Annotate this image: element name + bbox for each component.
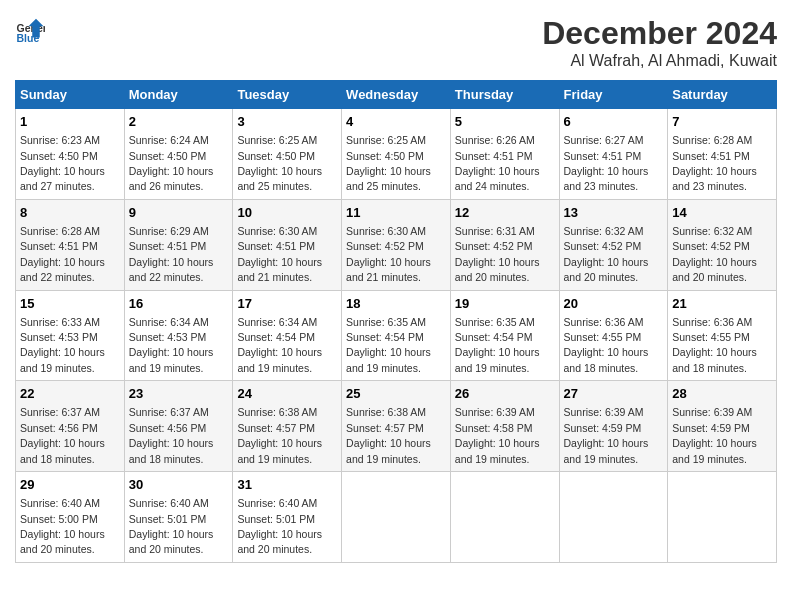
calendar-cell: 21Sunrise: 6:36 AMSunset: 4:55 PMDayligh… [668,290,777,381]
day-number: 4 [346,113,446,131]
day-number: 19 [455,295,555,313]
calendar-cell: 24Sunrise: 6:38 AMSunset: 4:57 PMDayligh… [233,381,342,472]
day-info: Sunrise: 6:40 AMSunset: 5:01 PMDaylight:… [237,497,322,555]
logo: General Blue [15,15,49,45]
day-info: Sunrise: 6:32 AMSunset: 4:52 PMDaylight:… [564,225,649,283]
calendar-cell: 5Sunrise: 6:26 AMSunset: 4:51 PMDaylight… [450,109,559,200]
calendar-cell: 28Sunrise: 6:39 AMSunset: 4:59 PMDayligh… [668,381,777,472]
day-info: Sunrise: 6:37 AMSunset: 4:56 PMDaylight:… [20,406,105,464]
calendar-header-row: SundayMondayTuesdayWednesdayThursdayFrid… [16,81,777,109]
calendar-cell: 7Sunrise: 6:28 AMSunset: 4:51 PMDaylight… [668,109,777,200]
calendar-cell: 19Sunrise: 6:35 AMSunset: 4:54 PMDayligh… [450,290,559,381]
day-number: 31 [237,476,337,494]
day-info: Sunrise: 6:29 AMSunset: 4:51 PMDaylight:… [129,225,214,283]
calendar-cell: 23Sunrise: 6:37 AMSunset: 4:56 PMDayligh… [124,381,233,472]
header-friday: Friday [559,81,668,109]
header-monday: Monday [124,81,233,109]
day-number: 21 [672,295,772,313]
day-info: Sunrise: 6:32 AMSunset: 4:52 PMDaylight:… [672,225,757,283]
header-sunday: Sunday [16,81,125,109]
calendar-week-3: 15Sunrise: 6:33 AMSunset: 4:53 PMDayligh… [16,290,777,381]
calendar-cell: 4Sunrise: 6:25 AMSunset: 4:50 PMDaylight… [342,109,451,200]
day-number: 5 [455,113,555,131]
day-number: 22 [20,385,120,403]
day-info: Sunrise: 6:35 AMSunset: 4:54 PMDaylight:… [346,316,431,374]
calendar-cell: 3Sunrise: 6:25 AMSunset: 4:50 PMDaylight… [233,109,342,200]
calendar-cell: 9Sunrise: 6:29 AMSunset: 4:51 PMDaylight… [124,199,233,290]
day-number: 28 [672,385,772,403]
day-info: Sunrise: 6:27 AMSunset: 4:51 PMDaylight:… [564,134,649,192]
day-info: Sunrise: 6:40 AMSunset: 5:01 PMDaylight:… [129,497,214,555]
day-info: Sunrise: 6:31 AMSunset: 4:52 PMDaylight:… [455,225,540,283]
calendar-cell: 29Sunrise: 6:40 AMSunset: 5:00 PMDayligh… [16,472,125,563]
calendar-cell: 26Sunrise: 6:39 AMSunset: 4:58 PMDayligh… [450,381,559,472]
day-number: 30 [129,476,229,494]
day-number: 11 [346,204,446,222]
calendar-week-5: 29Sunrise: 6:40 AMSunset: 5:00 PMDayligh… [16,472,777,563]
day-info: Sunrise: 6:28 AMSunset: 4:51 PMDaylight:… [20,225,105,283]
day-info: Sunrise: 6:30 AMSunset: 4:51 PMDaylight:… [237,225,322,283]
day-number: 2 [129,113,229,131]
calendar-cell: 18Sunrise: 6:35 AMSunset: 4:54 PMDayligh… [342,290,451,381]
calendar-cell [559,472,668,563]
day-number: 14 [672,204,772,222]
location: Al Wafrah, Al Ahmadi, Kuwait [542,52,777,70]
header-saturday: Saturday [668,81,777,109]
calendar-cell: 2Sunrise: 6:24 AMSunset: 4:50 PMDaylight… [124,109,233,200]
day-number: 6 [564,113,664,131]
calendar-week-2: 8Sunrise: 6:28 AMSunset: 4:51 PMDaylight… [16,199,777,290]
day-number: 8 [20,204,120,222]
day-info: Sunrise: 6:34 AMSunset: 4:54 PMDaylight:… [237,316,322,374]
day-info: Sunrise: 6:37 AMSunset: 4:56 PMDaylight:… [129,406,214,464]
calendar-cell: 6Sunrise: 6:27 AMSunset: 4:51 PMDaylight… [559,109,668,200]
day-info: Sunrise: 6:40 AMSunset: 5:00 PMDaylight:… [20,497,105,555]
calendar-cell: 8Sunrise: 6:28 AMSunset: 4:51 PMDaylight… [16,199,125,290]
day-number: 25 [346,385,446,403]
day-info: Sunrise: 6:24 AMSunset: 4:50 PMDaylight:… [129,134,214,192]
calendar-cell: 16Sunrise: 6:34 AMSunset: 4:53 PMDayligh… [124,290,233,381]
day-info: Sunrise: 6:25 AMSunset: 4:50 PMDaylight:… [237,134,322,192]
day-info: Sunrise: 6:23 AMSunset: 4:50 PMDaylight:… [20,134,105,192]
day-info: Sunrise: 6:33 AMSunset: 4:53 PMDaylight:… [20,316,105,374]
day-number: 3 [237,113,337,131]
day-number: 27 [564,385,664,403]
day-number: 29 [20,476,120,494]
day-info: Sunrise: 6:30 AMSunset: 4:52 PMDaylight:… [346,225,431,283]
calendar-cell: 31Sunrise: 6:40 AMSunset: 5:01 PMDayligh… [233,472,342,563]
day-number: 12 [455,204,555,222]
header-tuesday: Tuesday [233,81,342,109]
day-info: Sunrise: 6:38 AMSunset: 4:57 PMDaylight:… [346,406,431,464]
calendar-cell: 14Sunrise: 6:32 AMSunset: 4:52 PMDayligh… [668,199,777,290]
day-info: Sunrise: 6:35 AMSunset: 4:54 PMDaylight:… [455,316,540,374]
calendar-cell: 20Sunrise: 6:36 AMSunset: 4:55 PMDayligh… [559,290,668,381]
day-info: Sunrise: 6:26 AMSunset: 4:51 PMDaylight:… [455,134,540,192]
day-info: Sunrise: 6:28 AMSunset: 4:51 PMDaylight:… [672,134,757,192]
calendar-cell: 22Sunrise: 6:37 AMSunset: 4:56 PMDayligh… [16,381,125,472]
day-info: Sunrise: 6:36 AMSunset: 4:55 PMDaylight:… [564,316,649,374]
calendar-cell: 13Sunrise: 6:32 AMSunset: 4:52 PMDayligh… [559,199,668,290]
day-number: 16 [129,295,229,313]
day-info: Sunrise: 6:38 AMSunset: 4:57 PMDaylight:… [237,406,322,464]
calendar-cell [342,472,451,563]
calendar-week-1: 1Sunrise: 6:23 AMSunset: 4:50 PMDaylight… [16,109,777,200]
day-number: 18 [346,295,446,313]
calendar-cell: 11Sunrise: 6:30 AMSunset: 4:52 PMDayligh… [342,199,451,290]
day-number: 10 [237,204,337,222]
day-number: 15 [20,295,120,313]
calendar-week-4: 22Sunrise: 6:37 AMSunset: 4:56 PMDayligh… [16,381,777,472]
day-number: 17 [237,295,337,313]
day-info: Sunrise: 6:34 AMSunset: 4:53 PMDaylight:… [129,316,214,374]
calendar-cell: 17Sunrise: 6:34 AMSunset: 4:54 PMDayligh… [233,290,342,381]
month-title: December 2024 [542,15,777,52]
calendar-cell: 25Sunrise: 6:38 AMSunset: 4:57 PMDayligh… [342,381,451,472]
day-info: Sunrise: 6:39 AMSunset: 4:59 PMDaylight:… [672,406,757,464]
logo-icon: General Blue [15,15,45,45]
day-number: 9 [129,204,229,222]
calendar-cell: 1Sunrise: 6:23 AMSunset: 4:50 PMDaylight… [16,109,125,200]
day-info: Sunrise: 6:36 AMSunset: 4:55 PMDaylight:… [672,316,757,374]
day-number: 13 [564,204,664,222]
calendar-cell: 27Sunrise: 6:39 AMSunset: 4:59 PMDayligh… [559,381,668,472]
calendar-table: SundayMondayTuesdayWednesdayThursdayFrid… [15,80,777,563]
calendar-cell: 30Sunrise: 6:40 AMSunset: 5:01 PMDayligh… [124,472,233,563]
calendar-cell [450,472,559,563]
